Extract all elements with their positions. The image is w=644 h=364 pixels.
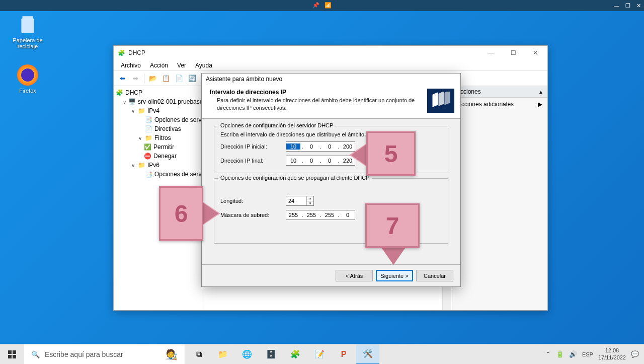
firefox-shortcut[interactable]: Firefox <box>8 64 48 94</box>
window-maximize[interactable]: ☐ <box>502 46 524 60</box>
callout-arrow-6 <box>202 201 220 226</box>
start-button[interactable] <box>0 344 24 365</box>
ip-start-input[interactable]: 10. 0. 0. 200 <box>286 141 355 152</box>
up-button[interactable]: 📂 <box>147 73 158 84</box>
firefox-icon <box>17 64 38 86</box>
tray-battery-icon[interactable]: 🔋 <box>556 350 564 358</box>
delete-button[interactable]: 📄 <box>174 73 185 84</box>
menubar: Archivo Acción Ver Ayuda <box>114 60 547 71</box>
svg-rect-4 <box>8 355 12 358</box>
taskbar-dhcp[interactable]: 🛠️ <box>356 344 379 365</box>
window-title: DHCP <box>128 49 145 56</box>
subnet-mask-input[interactable]: 255. 255. 255. 0 <box>286 210 355 220</box>
window-close[interactable]: ✕ <box>524 46 546 60</box>
menu-help[interactable]: Ayuda <box>191 61 216 70</box>
callout-5: 5 <box>366 131 416 176</box>
svg-rect-2 <box>8 350 12 354</box>
remote-maximize[interactable]: ❐ <box>625 3 630 9</box>
tray-notifications-icon[interactable]: 💬 <box>631 350 639 358</box>
menu-file[interactable]: Archivo <box>117 61 145 70</box>
tree-ipv4[interactable]: ∨📁IPv4 <box>116 106 202 115</box>
tree-root[interactable]: 🧩DHCP <box>116 88 202 97</box>
properties-button[interactable]: 📋 <box>160 73 172 84</box>
ip-start-label: Dirección IP inicial: <box>220 143 281 150</box>
svg-rect-3 <box>13 350 16 354</box>
dhcp-icon: 🧩 <box>118 49 125 56</box>
menu-action[interactable]: Acción <box>146 61 172 70</box>
remote-minimize[interactable]: — <box>614 3 619 9</box>
tray-chevron-up[interactable]: ⌃ <box>545 350 551 358</box>
collapse-icon[interactable]: ▲ <box>538 89 543 95</box>
window-minimize[interactable]: — <box>480 46 502 60</box>
length-spinner[interactable]: 24 ▲▼ <box>286 196 314 206</box>
tree-ipv6[interactable]: ∨📁IPv6 <box>116 161 202 170</box>
menu-view[interactable]: Ver <box>173 61 190 70</box>
tray-language[interactable]: ESP <box>582 351 593 357</box>
refresh-button[interactable]: 🔄 <box>187 73 198 84</box>
tray-clock[interactable]: 12:08 17/11/2022 <box>598 347 626 360</box>
pin-icon[interactable]: 📌 <box>312 2 319 9</box>
subnet-mask-label: Máscara de subred: <box>220 212 281 218</box>
firefox-label: Firefox <box>8 88 48 94</box>
taskbar: 🔍 Escribe aquí para buscar 🧑‍🎨 ⧉ 📁 🌐 🗄️ … <box>0 344 644 364</box>
taskbar-powerpoint[interactable]: P <box>332 344 355 365</box>
tree-options-server6[interactable]: 📑Opciones de serv <box>116 170 202 179</box>
recycle-bin-icon <box>17 14 38 35</box>
taskbar-server-manager[interactable]: 🗄️ <box>260 344 283 365</box>
back-button[interactable]: ⬅ <box>117 73 128 84</box>
back-button[interactable]: < Atrás <box>336 270 373 281</box>
length-label: Longitud: <box>220 198 281 204</box>
forward-button[interactable]: ➡ <box>130 73 141 84</box>
svg-rect-5 <box>13 355 16 358</box>
spinner-down[interactable]: ▼ <box>307 201 313 206</box>
callout-6: 6 <box>159 186 203 241</box>
search-placeholder: Escribe aquí para buscar <box>45 350 123 358</box>
taskbar-app1[interactable]: 🧩 <box>284 344 307 365</box>
ip-end-label: Dirección IP final: <box>220 158 281 164</box>
tray-volume-icon[interactable]: 🔊 <box>569 350 577 358</box>
tree-directivas[interactable]: 📄Directivas <box>116 124 202 133</box>
tree-filters[interactable]: ∨📁Filtros <box>116 133 202 142</box>
callout-arrow-5 <box>349 143 367 167</box>
recycle-bin-label: Papelera de reciclaje <box>8 37 48 49</box>
actions-pane: Acciones ▲ Acciones adicionales▶ <box>452 86 547 310</box>
taskbar-edge[interactable]: 🌐 <box>235 344 259 365</box>
wizard-title: Asistente para ámbito nuevo <box>206 76 282 83</box>
wizard-banner-icon <box>427 89 454 113</box>
wizard-titlebar: Asistente para ámbito nuevo <box>202 74 460 85</box>
spinner-up[interactable]: ▲ <box>307 196 313 201</box>
svg-rect-1 <box>23 16 33 19</box>
new-scope-wizard: Asistente para ámbito nuevo Intervalo de… <box>201 73 461 287</box>
taskbar-app2[interactable]: 📝 <box>308 344 331 365</box>
remote-titlebar: 📌 📶 — ❐ ✕ <box>0 0 644 11</box>
next-button[interactable]: Siguiente > <box>376 270 413 281</box>
search-box[interactable]: 🔍 Escribe aquí para buscar 🧑‍🎨 <box>24 344 185 365</box>
callout-7: 7 <box>365 203 420 248</box>
svg-rect-0 <box>21 18 34 33</box>
remote-close[interactable]: ✕ <box>636 3 641 9</box>
tree-server[interactable]: ∨🖥️srv-olin02-001.pruebasna <box>116 97 202 106</box>
cancel-button[interactable]: Cancelar <box>416 270 453 281</box>
task-view-button[interactable]: ⧉ <box>187 344 210 365</box>
search-icon: 🔍 <box>31 350 40 358</box>
tree-permitir[interactable]: ✅Permitir <box>116 142 202 152</box>
wizard-heading: Intervalo de direcciones IP <box>210 89 422 96</box>
taskbar-explorer[interactable]: 📁 <box>211 344 234 365</box>
search-character-icon: 🧑‍🎨 <box>165 348 178 360</box>
signal-icon: 📶 <box>325 2 332 9</box>
actions-more[interactable]: Acciones adicionales▶ <box>452 98 547 111</box>
tree-options-server[interactable]: 📑Opciones de serv <box>116 115 202 124</box>
tree-denegar[interactable]: ⛔Denegar <box>116 152 202 161</box>
callout-arrow-7 <box>381 247 406 265</box>
recycle-bin[interactable]: Papelera de reciclaje <box>8 14 48 49</box>
ip-end-input[interactable]: 10. 0. 0. 220 <box>286 156 355 166</box>
wizard-description: Para definir el intervalo de direcciones… <box>210 97 422 112</box>
